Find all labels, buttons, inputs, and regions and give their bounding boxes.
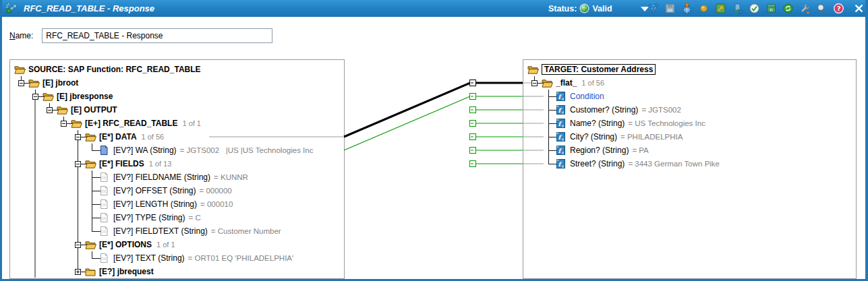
condition-link[interactable]: Condition [570, 92, 604, 101]
tree-guide [14, 170, 28, 184]
tree-row-street-string[interactable]: fxStreet? (String)= 3443 German Town Pik… [523, 157, 856, 170]
map-collapse-handle[interactable] [470, 94, 476, 167]
tree-guide [85, 170, 99, 184]
tree-row-e-options[interactable]: [E*] OPTIONS1 of 1 [10, 238, 344, 251]
tree-guide [42, 251, 57, 265]
tree-guide [85, 251, 99, 265]
tree-row-e-output[interactable]: [E] OUTPUT [10, 103, 344, 117]
tree-row-ev-wa-string[interactable]: [EV?] WA (String)= JGTS002 |US |US Techn… [10, 144, 344, 157]
tree-guide [71, 251, 85, 265]
node-count: 1 of 56 [142, 133, 165, 141]
tree-guide [71, 238, 85, 251]
window-title: RFC_READ_TABLE - Response [24, 3, 154, 13]
help-icon[interactable]: ? [833, 3, 844, 14]
node-label: Customer? (String) [570, 105, 638, 115]
tree-row-ev-offset-string[interactable]: DE[EV?] OFFSET (String)= 000000 [10, 184, 344, 197]
tree-guide [14, 184, 28, 197]
validate-icon[interactable] [749, 3, 760, 14]
target-panel: TARGET: Customer Address_flat_1 of 56fxC… [523, 59, 857, 279]
folder-open-icon [527, 64, 539, 75]
tree-row-ev-fieldtext-string[interactable]: DE[EV?] FIELDTEXT (String)= Customer Num… [10, 224, 344, 238]
tree-row-e-jbrequest[interactable]: [E?] jbrequest [10, 265, 344, 278]
tree-row-e-rfc-read-table[interactable]: [E+] RFC_READ_TABLE1 of 1 [10, 117, 344, 130]
expander-plus-icon[interactable] [75, 269, 81, 275]
folder-open-icon [14, 64, 26, 75]
expander-minus-icon[interactable] [531, 80, 538, 86]
node-label: [EV?] LENGTH (String) [113, 199, 197, 209]
tree-guide [71, 197, 85, 211]
tree-guide [85, 211, 99, 224]
tree-row-region-string[interactable]: fxRegion? (String)= PA [523, 144, 856, 157]
export-icon[interactable] [715, 3, 726, 14]
search-icon[interactable] [816, 3, 828, 14]
folder-open-icon [85, 158, 96, 169]
tree-row-e-data[interactable]: [E*] DATA1 of 56 [10, 130, 344, 144]
tree-row-target-customer-address[interactable]: TARGET: Customer Address [523, 63, 856, 76]
expander-minus-icon[interactable] [75, 242, 81, 248]
tree-guide [542, 103, 556, 117]
tree-row-flat[interactable]: _flat_1 of 56 [523, 76, 856, 90]
node-value: = KUNNR [214, 173, 248, 181]
tree-guide [28, 130, 42, 144]
folder-open-icon [85, 239, 96, 250]
tree-guide [14, 265, 28, 278]
tree-guide [42, 157, 57, 170]
tree-guide [14, 117, 28, 130]
tree-row-e-jbresponse[interactable]: [E] jbresponse [10, 90, 344, 103]
tree-row-ev-type-string[interactable]: DE[EV?] TYPE (String)= C [10, 211, 344, 224]
tree-row-condition[interactable]: fxCondition [523, 90, 856, 103]
verify-icon[interactable] [732, 3, 743, 14]
package-icon[interactable]: n [765, 3, 777, 14]
tree-row-customer-string[interactable]: fxCustomer? (String)= JGTS002 [523, 103, 856, 117]
expander-minus-icon[interactable] [18, 80, 24, 86]
tree-row-ev-length-string[interactable]: DE[EV?] LENGTH (String)= 000010 [10, 197, 344, 211]
tree-guide [28, 170, 42, 184]
tools-icon[interactable] [799, 3, 811, 14]
sphere-icon[interactable] [698, 3, 710, 14]
tree-guide [527, 117, 542, 130]
map-link-wa-condition[interactable] [344, 96, 470, 150]
node-value: = PHILADELPHIA [620, 133, 683, 141]
map-link-data-flat[interactable] [344, 83, 523, 137]
tree-guide [28, 238, 42, 251]
tree-row-e-jbroot[interactable]: [E] jbroot [10, 76, 344, 90]
tree-guide [57, 251, 71, 265]
tree-row-ev-fieldname-string[interactable]: DE[EV?] FIELDNAME (String)= KUNNR [10, 170, 344, 184]
doc-de-icon: DE [99, 185, 111, 196]
tree-guide [42, 238, 57, 251]
expander-minus-icon[interactable] [32, 94, 38, 100]
tree-guide [42, 211, 57, 224]
tree-row-city-string[interactable]: fxCity? (String)= PHILADELPHIA [523, 130, 856, 144]
tree-row-source-sap-function-rfc-read-table[interactable]: SOURCE: SAP Function: RFC_READ_TABLE [10, 63, 344, 76]
tree-guide [57, 157, 71, 170]
tree-row-e-fields[interactable]: [E*] FIELDS1 of 13 [10, 157, 344, 170]
tree-guide [85, 184, 99, 197]
diagram-icon[interactable] [647, 3, 659, 14]
svg-text:x: x [562, 123, 565, 129]
tree-guide [71, 265, 85, 278]
tree-row-ev-text-string[interactable]: DE[EV?] TEXT (String)= ORT01 EQ 'PHILADE… [10, 251, 344, 265]
name-input[interactable] [42, 28, 272, 43]
expander-minus-icon[interactable] [61, 121, 67, 127]
expander-minus-icon[interactable] [75, 134, 81, 140]
publish-icon[interactable] [681, 3, 693, 14]
node-label: [E+] RFC_READ_TABLE [85, 119, 177, 128]
map-collapse-handle[interactable] [470, 80, 476, 86]
tree-row-name-string[interactable]: fxName? (String)= US Technologies Inc [523, 117, 856, 130]
node-label: City? (String) [570, 132, 617, 142]
tree-guide [42, 184, 57, 197]
node-count: 1 of 1 [182, 119, 201, 127]
close-icon[interactable] [853, 3, 865, 14]
doc-de-icon: DE [99, 226, 111, 237]
doc-de-icon: DE [99, 199, 111, 210]
save-icon[interactable] [664, 3, 676, 14]
status-valid-icon [581, 5, 588, 12]
expander-minus-icon[interactable] [47, 107, 53, 113]
status: Status: Valid [548, 0, 612, 17]
node-label: [E] jbroot [42, 78, 78, 88]
refresh-icon[interactable] [782, 3, 794, 14]
tree-guide [527, 90, 542, 103]
tree-guide [14, 211, 28, 224]
doc-blue-icon [99, 145, 111, 156]
expander-minus-icon[interactable] [75, 161, 81, 167]
